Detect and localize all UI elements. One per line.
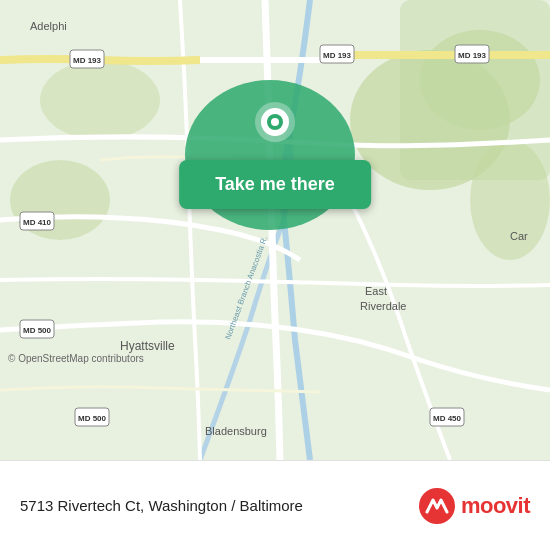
take-me-there-button[interactable]: Take me there <box>179 160 371 209</box>
svg-text:MD 193: MD 193 <box>458 51 487 60</box>
location-pin-icon <box>250 100 300 155</box>
svg-rect-6 <box>400 0 550 180</box>
bottom-bar: 5713 Rivertech Ct, Washington / Baltimor… <box>0 460 550 550</box>
map-pin <box>250 100 300 150</box>
svg-text:Hyattsville: Hyattsville <box>120 339 175 353</box>
address-block: 5713 Rivertech Ct, Washington / Baltimor… <box>20 497 303 514</box>
svg-text:MD 500: MD 500 <box>78 414 107 423</box>
svg-point-5 <box>40 60 160 140</box>
moovit-logo: moovit <box>419 488 530 524</box>
map-container: MD 193 MD 193 MD 193 MD 410 MD 500 MD 50… <box>0 0 550 460</box>
map-background: MD 193 MD 193 MD 193 MD 410 MD 500 MD 50… <box>0 0 550 460</box>
svg-text:East: East <box>365 285 387 297</box>
moovit-name: moovit <box>461 493 530 519</box>
moovit-icon <box>419 488 455 524</box>
svg-text:MD 500: MD 500 <box>23 326 52 335</box>
svg-point-35 <box>271 118 279 126</box>
svg-text:Bladensburg: Bladensburg <box>205 425 267 437</box>
svg-text:Riverdale: Riverdale <box>360 300 406 312</box>
address-text: 5713 Rivertech Ct, Washington / Baltimor… <box>20 497 303 514</box>
svg-text:MD 193: MD 193 <box>323 51 352 60</box>
svg-text:MD 193: MD 193 <box>73 56 102 65</box>
svg-text:Car: Car <box>510 230 528 242</box>
copyright-text: © OpenStreetMap contributors <box>8 353 144 364</box>
svg-text:MD 450: MD 450 <box>433 414 462 423</box>
svg-text:MD 410: MD 410 <box>23 218 52 227</box>
svg-text:Adelphi: Adelphi <box>30 20 67 32</box>
